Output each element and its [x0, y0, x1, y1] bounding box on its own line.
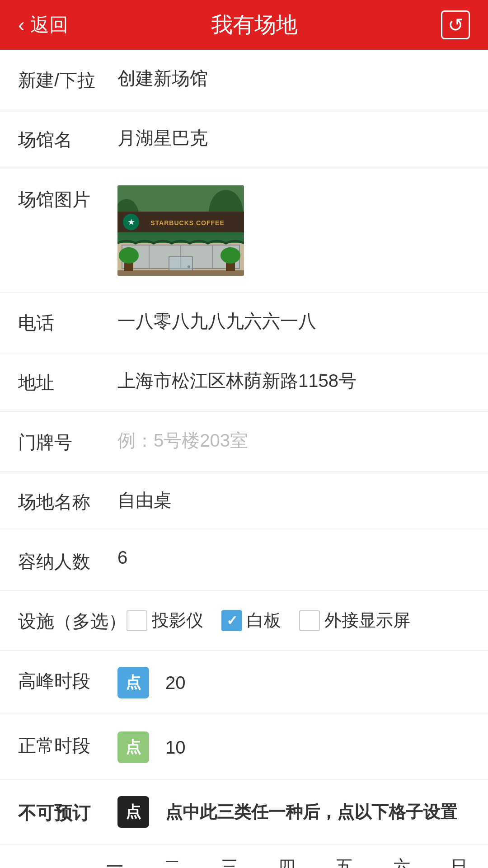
capacity-value[interactable]: 6	[117, 547, 470, 568]
peak-value: 20	[165, 673, 186, 693]
chevron-left-icon: ‹	[18, 14, 25, 36]
day-wed: 三	[201, 844, 258, 868]
image-row: 场馆图片 ★ STARBUCKS COFFEE	[0, 169, 488, 292]
name-row: 场馆名 月湖星巴克	[0, 109, 488, 169]
address-value[interactable]: 上海市松江区林荫新路1158号	[117, 368, 470, 393]
projector-checkbox[interactable]	[127, 610, 147, 631]
svg-point-19	[119, 247, 139, 264]
name-value[interactable]: 月湖星巴克	[117, 126, 470, 151]
unavail-controls: 点 点中此三类任一种后，点以下格子设置	[117, 796, 457, 828]
phone-value[interactable]: 一八零八九八九六六一八	[117, 309, 470, 334]
back-button[interactable]: ‹ 返回	[18, 12, 68, 38]
unavail-row: 不可预订 点 点中此三类任一种后，点以下格子设置	[0, 780, 488, 844]
facilities-list: 投影仪 白板 外接显示屏	[127, 609, 421, 632]
svg-text:★: ★	[128, 218, 135, 226]
day-sun: 日	[431, 844, 488, 868]
refresh-button[interactable]: ↺	[441, 10, 470, 39]
whiteboard-checkbox[interactable]	[221, 610, 242, 631]
phone-label: 电话	[18, 309, 117, 335]
day-headers: 一 二 三 四 五 六 日	[86, 844, 488, 868]
facility-whiteboard[interactable]: 白板	[221, 609, 281, 632]
display-checkbox[interactable]	[299, 610, 320, 631]
peak-row: 高峰时段 点 20	[0, 651, 488, 715]
unavail-desc: 点中此三类任一种后，点以下格子设置	[165, 801, 457, 824]
facility-display[interactable]: 外接显示屏	[299, 609, 410, 632]
display-label: 外接显示屏	[324, 609, 410, 632]
facilities-row: 设施（多选） 投影仪 白板 外接显示屏	[0, 591, 488, 651]
starbucks-image: ★ STARBUCKS COFFEE	[117, 185, 244, 276]
normal-controls: 点 10	[117, 731, 186, 763]
door-label: 门牌号	[18, 428, 117, 455]
page-title: 我有场地	[211, 10, 298, 39]
name-label: 场馆名	[18, 126, 117, 152]
day-sat: 六	[373, 844, 431, 868]
normal-value: 10	[165, 737, 186, 758]
address-label: 地址	[18, 368, 117, 395]
new-label: 新建/下拉	[18, 66, 117, 93]
venue-image[interactable]: ★ STARBUCKS COFFEE	[117, 185, 244, 276]
day-thu: 四	[258, 844, 315, 868]
facility-projector[interactable]: 投影仪	[127, 609, 203, 632]
door-placeholder[interactable]: 例：5号楼203室	[117, 428, 470, 453]
whiteboard-label: 白板	[247, 609, 281, 632]
peak-label: 高峰时段	[18, 667, 117, 693]
refresh-icon: ↺	[448, 14, 464, 36]
svg-rect-15	[117, 270, 244, 276]
unavail-label: 不可预订	[18, 799, 117, 826]
door-row: 门牌号 例：5号楼203室	[0, 412, 488, 472]
address-row: 地址 上海市松江区林荫新路1158号	[0, 352, 488, 412]
day-fri: 五	[316, 844, 373, 868]
svg-point-17	[221, 247, 240, 264]
day-mon: 一	[86, 844, 143, 868]
facilities-label: 设施（多选）	[18, 607, 127, 634]
back-label: 返回	[30, 12, 68, 38]
peak-btn[interactable]: 点	[117, 667, 149, 698]
phone-row: 电话 一八零八九八九六六一八	[0, 292, 488, 352]
new-row: 新建/下拉 创建新场馆	[0, 50, 488, 109]
normal-btn[interactable]: 点	[117, 731, 149, 763]
image-label: 场馆图片	[18, 185, 117, 212]
svg-point-14	[188, 265, 190, 268]
normal-label: 正常时段	[18, 731, 117, 758]
unavail-btn[interactable]: 点	[117, 796, 149, 828]
capacity-row: 容纳人数 6	[0, 531, 488, 591]
venue-name-value[interactable]: 自由桌	[117, 488, 470, 513]
venue-name-row: 场地名称 自由桌	[0, 472, 488, 531]
svg-text:STARBUCKS COFFEE: STARBUCKS COFFEE	[150, 219, 225, 226]
venue-name-label: 场地名称	[18, 488, 117, 514]
schedule-grid: 一 二 三 四 五 六 日 8:00-9:00 9:00-10:00	[0, 844, 488, 868]
peak-controls: 点 20	[117, 667, 186, 698]
normal-row: 正常时段 点 10	[0, 715, 488, 780]
header: ‹ 返回 我有场地 ↺	[0, 0, 488, 50]
projector-label: 投影仪	[152, 609, 203, 632]
capacity-label: 容纳人数	[18, 547, 117, 574]
new-value[interactable]: 创建新场馆	[117, 66, 470, 91]
day-tue: 二	[143, 844, 201, 868]
